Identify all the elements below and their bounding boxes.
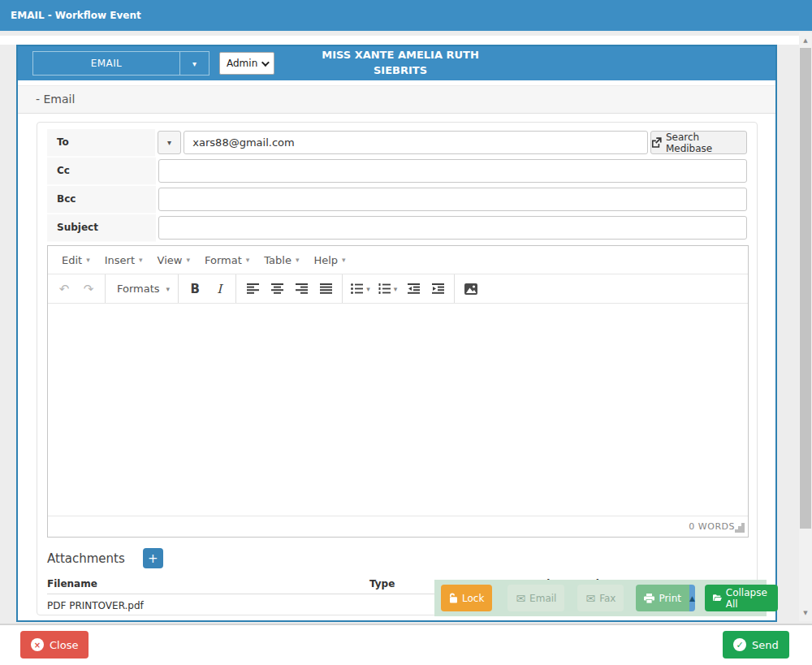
align-right-button[interactable] — [291, 279, 312, 300]
numbered-list-button[interactable]: ▾ — [376, 279, 400, 300]
menu-format[interactable]: Format▾ — [197, 254, 257, 266]
email-panel: EMAIL ▾ Admin MISS XANTE AMELIA RUTH SIE… — [16, 45, 777, 622]
circle-check-icon: ✓ — [733, 638, 746, 651]
menu-insert[interactable]: Insert▾ — [97, 254, 150, 266]
indent-icon — [432, 283, 444, 294]
role-select[interactable]: Admin — [219, 52, 274, 75]
align-justify-icon — [320, 283, 332, 294]
plus-icon: + — [148, 551, 158, 566]
word-count: 0 WORDS — [689, 521, 735, 532]
action-toolbar: Lock ✉ Email ✉ Fax Print ▲ Collapse All — [434, 580, 767, 616]
scroll-up-icon[interactable]: ▲ — [799, 34, 812, 47]
unlock-icon — [449, 593, 458, 603]
subject-label: Subject — [47, 214, 156, 242]
collapse-all-button[interactable]: Collapse All — [705, 585, 778, 611]
chevron-down-icon: ▾ — [246, 256, 250, 264]
panel-header: EMAIL ▾ Admin MISS XANTE AMELIA RUTH SIE… — [18, 46, 775, 80]
dialog-title: EMAIL - Workflow Event — [0, 0, 812, 31]
menu-view[interactable]: View▾ — [150, 254, 197, 266]
email-section-title: - Email — [18, 86, 75, 113]
menu-help[interactable]: Help▾ — [306, 254, 352, 266]
lock-button[interactable]: Lock — [441, 585, 492, 611]
image-icon — [464, 283, 477, 295]
modal-top-strip — [0, 36, 799, 45]
bullet-list-button[interactable]: ▾ — [348, 279, 373, 300]
subject-input[interactable] — [158, 216, 747, 240]
patient-name: MISS XANTE AMELIA RUTH SIEBRITS — [299, 48, 502, 79]
chevron-down-icon: ▾ — [296, 256, 300, 264]
numbered-list-icon — [378, 283, 391, 294]
outdent-button[interactable] — [403, 279, 424, 300]
bcc-row: Bcc — [47, 185, 747, 214]
chevron-down-icon: ▾ — [394, 285, 398, 293]
chevron-down-icon: ▾ — [366, 285, 370, 293]
scroll-down-icon[interactable]: ▼ — [799, 607, 812, 620]
chevron-down-icon: ▾ — [342, 256, 346, 264]
cc-input[interactable] — [158, 159, 747, 183]
to-label: To — [47, 129, 155, 157]
bold-button[interactable]: B — [184, 279, 205, 300]
bcc-label: Bcc — [47, 186, 156, 214]
vertical-scrollbar[interactable]: ▲ ▼ — [799, 32, 812, 621]
add-attachment-button[interactable]: + — [143, 548, 163, 568]
to-row: To ▾ Search Medibase — [47, 128, 747, 157]
circle-x-icon: × — [31, 638, 44, 651]
email-form: To ▾ Search Medibase Cc Bcc Subject — [37, 122, 758, 615]
chevron-down-icon: ▾ — [86, 256, 90, 264]
external-link-icon — [651, 137, 662, 148]
envelope-icon: ✉ — [516, 593, 525, 604]
role-select-value: Admin — [227, 58, 257, 69]
chevron-up-icon: ▲ — [689, 594, 695, 602]
editor-menubar: Edit▾ Insert▾ View▾ Format▾ Table▾ Help▾ — [48, 246, 748, 274]
attachments-bar: Attachments + — [47, 548, 747, 568]
close-button[interactable]: × Close — [20, 631, 89, 659]
print-button[interactable]: Print — [636, 585, 689, 611]
email-workflow-dialog: EMAIL - Workflow Event EMAIL ▾ Admin MIS… — [0, 0, 812, 665]
chevron-down-icon[interactable]: ▾ — [179, 52, 209, 75]
italic-button[interactable]: I — [209, 279, 230, 300]
rich-text-editor: Edit▾ Insert▾ View▾ Format▾ Table▾ Help▾… — [47, 245, 749, 538]
send-button[interactable]: ✓ Send — [723, 631, 789, 659]
editor-statusbar: 0 WORDS — [48, 516, 748, 537]
print-options-button[interactable]: ▲ — [689, 585, 695, 611]
menu-table[interactable]: Table▾ — [257, 254, 306, 266]
filename-header: Filename — [47, 578, 369, 589]
align-left-button[interactable] — [242, 279, 263, 300]
to-input[interactable] — [184, 131, 648, 154]
attachments-title: Attachments — [47, 551, 125, 566]
fax-button[interactable]: ✉ Fax — [577, 585, 624, 611]
undo-button[interactable]: ↶ — [54, 279, 75, 300]
printer-icon — [644, 594, 654, 603]
search-medibase-button[interactable]: Search Medibase — [650, 131, 747, 154]
align-center-icon — [271, 283, 283, 294]
email-button[interactable]: ✉ Email — [508, 585, 564, 611]
menu-edit[interactable]: Edit▾ — [54, 254, 97, 266]
bcc-input[interactable] — [158, 188, 747, 211]
chevron-down-icon — [261, 58, 270, 67]
editor-toolbar: ↶ ↷ Formats▾ B I — [48, 274, 748, 303]
undo-icon: ↶ — [59, 282, 70, 296]
cc-label: Cc — [47, 158, 156, 185]
align-right-icon — [296, 283, 308, 294]
email-section-header[interactable]: - Email — [18, 85, 775, 114]
dialog-footer: × Close ✓ Send — [0, 625, 812, 665]
align-justify-button[interactable] — [315, 279, 336, 300]
chevron-down-icon: ▾ — [186, 256, 190, 264]
redo-button[interactable]: ↷ — [78, 279, 99, 300]
dialog-titlebar: EMAIL - Workflow Event — [0, 0, 812, 31]
search-medibase-label: Search Medibase — [666, 132, 746, 154]
scrollbar-thumb[interactable] — [800, 48, 811, 529]
envelope-icon: ✉ — [585, 593, 595, 604]
align-center-button[interactable] — [266, 279, 287, 300]
insert-image-button[interactable] — [460, 279, 482, 300]
event-type-dropdown[interactable]: EMAIL ▾ — [32, 51, 209, 76]
folder-open-icon — [713, 594, 722, 602]
formats-dropdown[interactable]: Formats▾ — [111, 279, 172, 300]
subject-row: Subject — [47, 214, 747, 242]
to-options-button[interactable]: ▾ — [158, 131, 182, 154]
align-left-icon — [247, 283, 259, 294]
bullet-list-icon — [351, 283, 363, 294]
indent-button[interactable] — [427, 279, 448, 300]
resize-grip-icon[interactable] — [738, 526, 741, 529]
editor-content[interactable] — [48, 303, 748, 516]
